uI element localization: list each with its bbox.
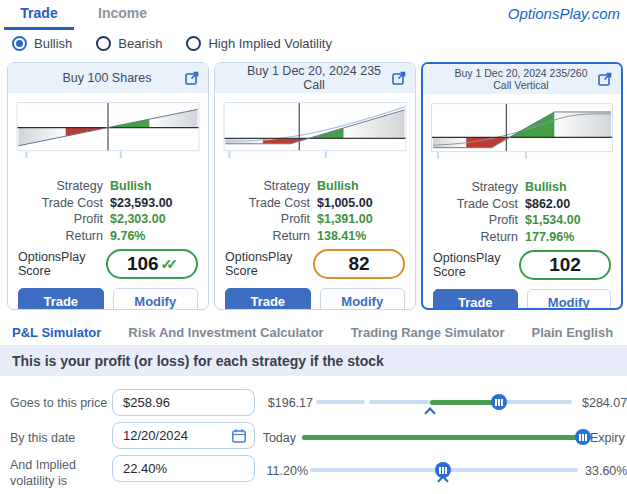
radio-bullish-label: Bullish [34,36,72,51]
radio-bearish[interactable]: Bearish [96,36,162,51]
score-pill[interactable]: 102 [519,250,611,280]
iv-row-label: And Implied volatility is [10,458,114,489]
payoff-chart-call-vertical [431,103,613,166]
tab-trading-range-simulator[interactable]: Trading Range Simulator [351,325,505,347]
card-header: Buy 1 Dec 20, 2024 235 Call [215,63,415,93]
date-row-label: By this date [10,431,114,447]
price-row-label: Goes to this price [10,396,114,412]
simulator-tabs: P&L Simulator Risk And Investment Calcul… [12,325,613,347]
strategy-value: Bullish [110,178,152,195]
payoff-chart-long-stock [16,102,200,165]
score-pill[interactable]: 82 [313,249,405,279]
card-title: Buy 1 Dec 20, 2024 235/260 Call Vertical [431,67,597,91]
strategy-card-call-vertical[interactable]: Buy 1 Dec 20, 2024 235/260 Call Vertical [421,62,623,310]
optionsplay-score-label: OptionsPlay Score [433,251,519,279]
profit-label: Profit [215,211,310,228]
return-label: Return [8,228,103,245]
optionsplay-score-label: OptionsPlay Score [225,250,313,278]
strategy-card-long-call[interactable]: Buy 1 Dec 20, 2024 235 Call [214,62,416,310]
price-min-label: $196.17 [253,396,313,410]
return-label: Return [215,228,310,245]
tab-trade[interactable]: Trade [4,5,74,30]
score-value: 82 [348,253,369,275]
strategy-cards: Buy 100 Shares [7,62,623,310]
trade-button[interactable]: Trade [225,288,311,310]
price-slider-thumb[interactable] [491,394,507,410]
score-value: 106 [127,253,159,275]
price-slider-active-track[interactable] [430,400,499,405]
optionsplay-logo: OptionsPlay.com [508,5,620,22]
profit-value: $1,391.00 [317,211,373,228]
price-slider-track[interactable] [369,400,430,404]
strategy-value: Bullish [525,179,567,196]
radio-bullish[interactable]: Bullish [12,36,72,51]
radio-high-iv[interactable]: High Implied Volatility [186,36,332,51]
card-title: Buy 100 Shares [16,71,184,85]
return-value: 177.96% [525,229,574,246]
score-value: 102 [549,254,581,276]
date-slider-thumb[interactable] [575,429,591,445]
trade-button[interactable]: Trade [433,289,518,310]
card-header: Buy 100 Shares [8,63,208,93]
return-value: 9.76% [110,228,145,245]
sentiment-filter-group: Bullish Bearish High Implied Volatility [12,36,346,51]
payoff-chart-long-call [223,102,407,165]
strategy-label: Strategy [215,178,310,195]
price-input[interactable] [112,389,255,416]
return-label: Return [423,229,518,246]
simulator-description: This is your profit (or loss) for each s… [0,345,627,376]
score-row: OptionsPlay Score 102 [423,250,621,280]
trade-cost-value: $1,005.00 [317,195,373,212]
trade-cost-label: Trade Cost [215,195,310,212]
trade-cost-value: $862.00 [525,196,570,213]
strategy-label: Strategy [8,178,103,195]
trade-cost-value: $23,593.00 [110,195,173,212]
double-check-icon: ✓✓ [161,256,177,272]
tab-pl-simulator[interactable]: P&L Simulator [12,325,101,347]
modify-button[interactable]: Modify [320,288,406,310]
external-link-icon[interactable] [184,70,200,86]
score-pill[interactable]: 106 ✓✓ [106,249,198,279]
iv-max-label: 33.60% [585,464,627,478]
card-stats: StrategyBullish Trade Cost$23,593.00 Pro… [8,178,208,244]
strategy-card-shares[interactable]: Buy 100 Shares [7,62,209,310]
trade-button[interactable]: Trade [18,288,104,310]
price-max-label: $284.07 [582,396,627,410]
profit-label: Profit [8,211,103,228]
current-price-caret-icon [424,407,435,418]
radio-selected-icon [12,36,27,51]
strategy-value: Bullish [317,178,359,195]
radio-unselected-icon [186,36,201,51]
iv-input[interactable] [112,455,255,482]
score-row: OptionsPlay Score 82 [215,249,415,279]
date-min-label: Today [236,431,296,445]
price-slider-track[interactable] [316,400,365,404]
date-max-label: Expiry [590,431,625,445]
radio-high-iv-label: High Implied Volatility [208,36,332,51]
card-stats: StrategyBullish Trade Cost$1,005.00 Prof… [215,178,415,244]
iv-min-label: 11.20% [248,464,308,478]
radio-bearish-label: Bearish [118,36,162,51]
card-title: Buy 1 Dec 20, 2024 235 Call [223,64,391,92]
date-slider-active-track[interactable] [302,435,583,440]
tab-risk-investment-calculator[interactable]: Risk And Investment Calculator [128,325,323,347]
card-stats: StrategyBullish Trade Cost$862.00 Profit… [423,179,621,245]
radio-unselected-icon [96,36,111,51]
tab-plain-english[interactable]: Plain English [532,325,614,347]
trade-cost-label: Trade Cost [423,196,518,213]
external-link-icon[interactable] [391,70,407,86]
price-slider-track[interactable] [499,400,572,404]
optionsplay-score-label: OptionsPlay Score [18,250,106,278]
modify-button[interactable]: Modify [527,289,612,310]
card-header: Buy 1 Dec 20, 2024 235/260 Call Vertical [423,64,621,94]
trade-cost-label: Trade Cost [8,195,103,212]
external-link-icon[interactable] [597,71,613,87]
strategy-label: Strategy [423,179,518,196]
profit-value: $1,534.00 [525,212,581,229]
return-value: 138.41% [317,228,366,245]
profit-label: Profit [423,212,518,229]
profit-value: $2,303.00 [110,211,166,228]
tab-income[interactable]: Income [98,5,147,21]
score-row: OptionsPlay Score 106 ✓✓ [8,249,208,279]
modify-button[interactable]: Modify [113,288,199,310]
